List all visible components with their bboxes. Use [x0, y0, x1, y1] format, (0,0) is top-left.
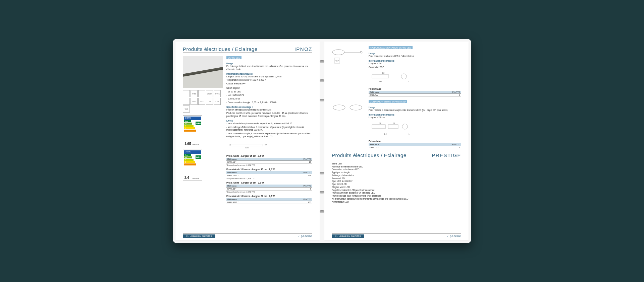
list-item: Profil éclairage pour rehausse verre tir… [332, 195, 461, 198]
svg-text:1,5: 1,5 [229, 144, 231, 146]
page-header: Produits électriques / Eclairage IPNOZ [183, 46, 312, 53]
svg-rect-9 [372, 75, 389, 78]
spec-icon: 360° [198, 98, 205, 105]
svg-rect-0 [231, 144, 263, 146]
svg-text:15/30: 15/30 [245, 147, 249, 149]
energy-label-2: ENERG A++A+ABC A++ 2.4kWh/1000h [183, 149, 202, 181]
perene-logo: / perene [447, 234, 461, 238]
dimension-diagram: 2,2 196 1 [369, 71, 412, 84]
svg-point-4 [332, 50, 344, 55]
list-item: Spot LED à encastrer [332, 180, 461, 183]
product-photo [183, 56, 223, 88]
tech-label: Informations techniques : [226, 73, 312, 75]
list-item: Spot carré LED [332, 183, 461, 186]
delivery-label: Livré : [226, 120, 312, 122]
price-title: Prix à l'unité - Largeur 15 cm - 1,5 W [226, 155, 312, 157]
svg-rect-17 [388, 125, 398, 129]
list-item: Rallonge alimentation barre LED [332, 165, 461, 168]
usage-text: En éclairage indirect sous les éléments … [226, 65, 312, 71]
spec-icon: 2700K [206, 90, 213, 97]
list-item: Kit interrupteur détecteur de mouvements… [332, 198, 461, 201]
svg-text:2,2: 2,2 [382, 72, 384, 74]
section-brand: PRESTIGE [432, 152, 461, 158]
list-item: Alimentateur LED [332, 201, 461, 204]
spec-icon: IP20 [191, 98, 198, 105]
spec-icon: TOP [183, 105, 190, 113]
svg-point-10 [401, 74, 407, 79]
page-title: Produits électriques / Eclairage [183, 46, 258, 52]
list-item: Applique rectangle [332, 171, 461, 174]
svg-text:TOP: TOP [335, 60, 339, 62]
spec-icon: 1.5W [206, 98, 213, 105]
svg-text:2,8: 2,8 [384, 133, 387, 135]
price-table: RéférencePrix TTCBARL1510 *219 [226, 171, 312, 177]
svg-point-6 [360, 51, 362, 53]
svg-text:2,2: 2,2 [393, 122, 395, 124]
svg-rect-16 [372, 125, 385, 129]
price-table: RéférencePrix TTCBARL15 *25 [226, 158, 312, 164]
list-item: Réglette éclairante LED pour tiroir cass… [332, 189, 461, 192]
perene-logo: / perene [299, 234, 312, 238]
chapter-chip: X – LIBELLÉ DU CHAPITRE [332, 234, 364, 238]
product-sketch: TOP [332, 46, 365, 65]
usage-label: Usage : [226, 62, 312, 65]
product-name: CONNEXION ENTRE BARRES LED [369, 100, 407, 103]
dimension-diagram: 15/30 1,5 0,7 [226, 140, 270, 151]
spec-icon: 2.6W [214, 98, 221, 105]
svg-text:196: 196 [379, 80, 382, 82]
list-item: Rallonge d'alimentation [332, 174, 461, 177]
price-table: RéférencePrix TTCBARL30 *0 [226, 185, 312, 191]
spec-icon [198, 90, 205, 97]
list-item: Profils aluminium équipés d'un bandeau L… [332, 192, 461, 195]
mount-label: Spécificités de montage : [226, 106, 312, 108]
svg-text:1: 1 [408, 80, 409, 82]
list-item: Etagère verre LED [332, 186, 461, 189]
product-list: Barre LED Rallonge alimentation barre LE… [332, 162, 461, 204]
spec-icon [183, 98, 190, 105]
binder: Produits électriques / Eclairage IPNOZ R… [173, 39, 471, 243]
price-table: RéférencePrix TTCBARL3010 *255 [226, 198, 312, 204]
list-item: Rouleau LED [332, 177, 461, 180]
spec-icon: R>80 [191, 90, 198, 97]
page-right: TOP RALLONGE ALIMENTATION BARRE LED Usag… [324, 42, 469, 240]
section-header: Produits électriques / Eclairage PRESTIG… [332, 152, 461, 159]
section-title: Produits électriques / Eclairage [332, 152, 407, 158]
svg-point-15 [350, 105, 362, 110]
spec-icon [183, 90, 190, 97]
svg-point-14 [333, 105, 345, 110]
product-sketch [332, 100, 365, 119]
list-item: Connexion entre barres LED [332, 168, 461, 171]
energy-label-1: ENERG A++A+ABC A++ 1.65kWh/1000h [183, 115, 202, 147]
list-item: Barre LED [332, 162, 461, 165]
dimension-diagram: 2,2 2,2 2,8 1 [369, 121, 412, 136]
spec-icon-grid: R>80 2700K 2700K IP20 360° 1.5W 2.6W TOP [183, 90, 223, 113]
product-name: RALLONGE ALIMENTATION BARRE LED [369, 46, 413, 49]
product-name: BARRE LED [226, 56, 241, 59]
price-table: RéférencePrix TTCBARLRA0 [369, 91, 461, 97]
svg-text:2,2: 2,2 [379, 122, 381, 124]
chapter-chip: X – LIBELLÉ DU CHAPITRE [183, 234, 215, 238]
page-left: Produits électriques / Eclairage IPNOZ R… [175, 42, 320, 240]
svg-text:0,7: 0,7 [265, 144, 267, 146]
page-brand: IPNOZ [294, 46, 312, 52]
price-table: RéférencePrix TTCBARLC2 *0 [369, 143, 461, 149]
svg-point-18 [402, 124, 408, 129]
spec-icon: 2700K [214, 90, 221, 97]
svg-text:1: 1 [409, 133, 410, 135]
